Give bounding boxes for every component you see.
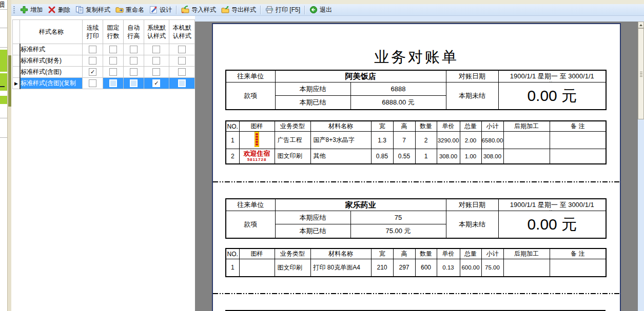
date-label: 对账日期 [446,70,498,82]
item-material: 其他 [310,149,371,164]
style-row-selected[interactable]: ▶ 标准样式(含图)(复制 ✓ [13,78,195,89]
item-subtotal: 6580.00 [481,132,503,149]
checkbox[interactable] [130,79,138,87]
checkbox[interactable] [130,68,138,76]
checkbox[interactable] [109,46,117,53]
item-material: 打印 80克单面A4 [310,259,371,277]
item-post-process [503,132,550,149]
column-header-local-default[interactable]: 本机默 认样式 [169,20,195,44]
item-note [550,149,606,164]
style-name[interactable]: 标准样式(含图)(复制 [20,78,83,89]
item-material: 国产8+3水晶字 [310,132,371,149]
checkbox-checked[interactable]: ✓ [152,79,160,87]
col-subtotal: 小计 [481,121,503,132]
partner-name: 家乐药业 [275,199,446,211]
item-qty: 2 [415,132,437,149]
item-height: 7 [393,132,415,149]
checkbox[interactable] [109,68,117,76]
column-header-system-default[interactable]: 系统默 认样式 [144,20,169,44]
due-value: 75 [350,211,446,224]
toolbar-grip[interactable] [13,6,15,14]
delete-button[interactable]: 删除 [45,5,73,15]
item-row: 1 图文印刷 打印 80克单面A4 210 297 600 0.13 600.0… [226,259,606,277]
statement-summary-table: 往来单位 家乐药业 对账日期 1900/1/1 星期一 至 3000/1/1星期… [225,198,606,239]
unsettled-value: 0.00 元 [498,211,606,239]
checkbox[interactable] [178,79,186,87]
checkbox-checked[interactable]: ✓ [89,68,96,76]
statement-items-table: NO. 图样 业务类型 材料名称 宽 高 数量 单价 总量 小计 后期加工 备 … [225,120,606,164]
style-name[interactable]: 标准样式(含图) [20,67,83,78]
item-sample-image [239,132,275,149]
copy-icon [75,6,84,14]
col-height: 高 [393,248,415,259]
exit-button-label: 退出 [320,6,332,14]
col-width: 宽 [371,121,393,132]
exit-icon [309,6,318,14]
checkbox[interactable] [89,57,96,65]
checkbox[interactable] [178,46,186,53]
col-image: 图样 [239,248,275,259]
highlighted-row-fragment [0,96,7,104]
due-label: 本期应结 [275,211,350,224]
add-button-label: 增加 [30,6,43,14]
print-button[interactable]: 打印 [F5] [263,5,303,15]
checkbox[interactable] [130,57,138,65]
print-preview-area[interactable]: 业务对账单 往来单位 阿美饭店 对账日期 1900/1/1 星期一 至 3000… [195,22,638,311]
sample-image-number: 5811728 [240,157,275,162]
style-row[interactable]: 标准样式 [13,44,195,55]
due-value: 6888 [350,82,446,96]
unsettled-label: 本期未结 [446,211,498,239]
background-window-sliver[interactable]: 细 [0,0,7,311]
style-row[interactable]: 标准样式(财务) [13,55,195,67]
item-subtotal: 75.00 [481,259,503,277]
col-width: 宽 [371,248,393,259]
checkbox[interactable] [152,57,160,65]
rename-button[interactable]: 重命名 [113,5,147,15]
column-header-style-name[interactable]: 样式名称 [20,20,83,44]
col-material: 材料名称 [310,121,371,132]
style-name[interactable]: 标准样式(财务) [20,55,83,67]
payment-label: 款项 [226,82,275,110]
checkbox[interactable] [89,79,96,87]
app-window: 细 增加 删除 复制样式 重命名 设 [0,0,644,311]
export-folder-icon [221,6,229,14]
column-header-auto-row-height[interactable]: 自动 行高 [123,20,144,44]
document-title: 业务对账单 [213,47,620,68]
checkbox[interactable] [109,57,117,65]
checkbox[interactable] [109,79,117,87]
due-label: 本期应结 [275,82,350,96]
export-style-button[interactable]: 导出样式 [219,5,259,15]
date-range-line2-clipped: 星期三 [542,81,562,82]
scrollbar-thumb[interactable] [638,28,644,119]
toolbar-separator [176,6,177,14]
item-total: 600.00 [460,259,481,277]
item-qty: 600 [415,259,437,277]
checkbox[interactable] [178,68,186,76]
checkbox[interactable] [130,46,138,53]
import-style-button[interactable]: 导入样式 [179,5,219,15]
checkbox[interactable] [89,46,96,53]
column-header-continuous-print[interactable]: 连续 打印 [83,20,103,44]
style-name[interactable]: 标准样式 [20,44,83,55]
style-row[interactable]: 标准样式(含图) ✓ [13,67,195,78]
row-marker-header [13,20,20,44]
rename-button-label: 重命名 [126,6,144,14]
copy-style-button[interactable]: 复制样式 [73,5,113,15]
item-height: 297 [393,259,415,277]
partner-label: 往来单位 [226,70,275,82]
checkbox[interactable] [152,68,160,76]
col-type: 业务类型 [275,121,310,132]
column-header-fixed-rows[interactable]: 固定 行数 [103,20,124,44]
add-button[interactable]: 增加 [17,5,45,15]
print-button-label: 打印 [F5] [276,6,300,14]
exit-button[interactable]: 退出 [307,5,335,15]
item-price: 3290.00 [437,132,460,149]
checkbox[interactable] [152,46,160,53]
scroll-up-button[interactable] [638,22,644,28]
item-type: 广告工程 [275,132,310,149]
checkbox[interactable] [178,57,186,65]
scrollbar-grip [640,72,642,77]
divider [0,86,5,87]
sample-image-text: 欢迎住宿 [244,150,270,157]
design-button[interactable]: 设计 [147,5,174,15]
